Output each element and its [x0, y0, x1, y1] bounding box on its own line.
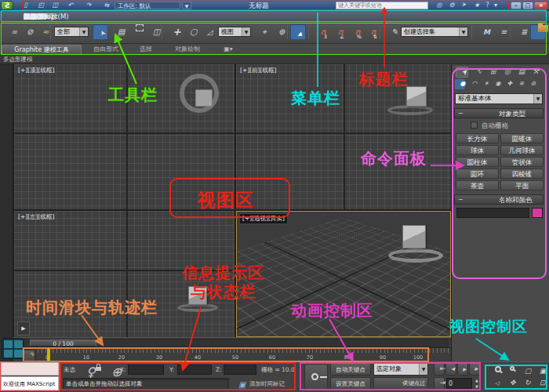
viewcube-icon[interactable] — [188, 286, 207, 305]
orbit-button[interactable] — [518, 378, 532, 389]
maximize-viewport-button[interactable] — [533, 378, 547, 389]
tab-selection[interactable]: 选择 — [130, 45, 162, 55]
z-coordinate-input[interactable] — [224, 365, 256, 375]
set-key-mode-button[interactable]: 设置关键点 — [330, 377, 371, 390]
bind-to-space-warp-button[interactable] — [35, 24, 50, 40]
y-coordinate-input[interactable] — [177, 365, 212, 375]
minimize-button[interactable]: – — [511, 2, 522, 9]
named-selection-set-dropdown[interactable]: 创建选择集▼ — [401, 27, 468, 37]
new-scene-button[interactable]: ▯ — [19, 2, 29, 9]
select-and-move-button[interactable] — [165, 24, 180, 40]
menu-help[interactable]: 帮助(H) — [17, 11, 53, 22]
application-menu-button[interactable] — [1, 1, 13, 10]
autogrid-checkbox[interactable] — [471, 122, 478, 129]
zoom-region-button[interactable] — [488, 378, 502, 389]
open-file-button[interactable]: ◰ — [33, 2, 43, 9]
primitive-pyramid-button[interactable]: 四棱锥 — [500, 169, 544, 179]
select-and-manipulate-button[interactable] — [271, 24, 286, 40]
absolute-offset-mode-button[interactable] — [107, 365, 116, 376]
workspace-dropdown[interactable]: 工作区: 默认 — [115, 2, 180, 9]
help-button[interactable]: ? — [482, 2, 493, 9]
utilities-tab[interactable] — [526, 67, 539, 78]
primitive-teapot-button[interactable]: 茶壶 — [456, 180, 499, 191]
snap-toggle-3d-button[interactable]: 3 — [312, 24, 328, 40]
select-and-link-button[interactable] — [3, 24, 19, 40]
ribbon-minimize-button[interactable]: ▣▾ — [220, 45, 237, 55]
keyboard-override-button[interactable] — [290, 24, 306, 40]
auto-key-button[interactable]: 自动关键点 — [330, 363, 371, 376]
isolate-selection-button[interactable] — [232, 378, 245, 390]
object-name-input[interactable] — [456, 208, 529, 218]
tab-graphite-modeling[interactable]: Graphite 建模工具 — [2, 45, 82, 55]
pin-stack-button[interactable] — [82, 365, 91, 376]
tab-freeform[interactable]: 自由形式 — [85, 45, 127, 55]
infocenter-search-input[interactable] — [336, 2, 428, 9]
name-color-rollout[interactable]: −名称和颜色 — [454, 194, 544, 205]
percent-snap-button[interactable]: % — [347, 24, 362, 40]
save-file-button[interactable]: ◫ — [47, 2, 57, 9]
primitive-plane-button[interactable]: 平面 — [500, 180, 544, 191]
workspace-dropdown-arrow[interactable]: ▼ — [182, 2, 191, 9]
sign-in-button[interactable]: ➤ — [456, 2, 467, 9]
primitive-box-button[interactable]: 长方体 — [456, 133, 499, 143]
undo-button[interactable]: ↶ — [63, 2, 73, 9]
pan-view-button[interactable] — [503, 378, 517, 389]
zoom-button[interactable] — [488, 366, 502, 377]
select-and-scale-button[interactable] — [199, 24, 215, 40]
mini-curve-editor-button[interactable] — [24, 350, 35, 361]
viewport-label-top[interactable]: [+][顶][线框] — [18, 67, 54, 74]
viewport-label-left[interactable]: [+][左][线框] — [18, 213, 54, 221]
x-coordinate-input[interactable] — [128, 365, 164, 375]
hierarchy-tab[interactable] — [484, 67, 496, 78]
viewcube-top-face-icon[interactable] — [195, 89, 213, 107]
select-by-name-button[interactable] — [110, 24, 125, 40]
selection-filter-dropdown[interactable]: 全部▼ — [54, 27, 89, 37]
display-tab[interactable] — [512, 67, 525, 78]
tab-object-paint[interactable]: 对象绘制 — [165, 45, 210, 55]
viewport-front[interactable]: [+][前][线框] — [236, 64, 451, 209]
maxscript-mini-listener[interactable]: 欢迎使用 MAXScript — [1, 376, 59, 390]
shapes-category-button[interactable] — [467, 79, 477, 89]
edit-named-selection-sets-button[interactable] — [384, 24, 399, 40]
primitive-cylinder-button[interactable]: 圆柱体 — [456, 157, 499, 167]
help-dropdown-arrow[interactable]: ▾ — [493, 2, 499, 9]
lights-category-button[interactable] — [478, 79, 489, 89]
angle-snap-button[interactable]: ∠ — [329, 24, 345, 40]
slider-right-arrow[interactable]: › — [99, 340, 101, 347]
primitive-cone-button[interactable]: 圆锥体 — [500, 133, 544, 143]
time-slider-track[interactable]: 0 / 100 › — [24, 339, 449, 347]
cameras-category-button[interactable] — [490, 79, 500, 89]
favorites-button[interactable]: ★ — [469, 2, 479, 9]
viewcube-icon[interactable] — [402, 225, 426, 249]
project-workspace-button[interactable]: ⇆ — [99, 2, 109, 9]
current-frame-input[interactable] — [446, 378, 472, 389]
time-slider-handle[interactable]: 0 / 100 — [30, 339, 96, 347]
window-crossing-button[interactable] — [145, 24, 161, 40]
use-pivot-center-button[interactable] — [254, 24, 270, 40]
zoom-extents-all-button[interactable] — [533, 366, 547, 377]
geometry-category-button[interactable] — [455, 79, 465, 89]
go-to-end-button[interactable] — [434, 377, 445, 390]
add-time-tag-button[interactable]: 添加时间标记 — [249, 380, 285, 388]
primitive-geosphere-button[interactable]: 几何球体 — [500, 145, 544, 155]
key-filters-button[interactable]: 关键点过滤器... — [373, 377, 428, 390]
modify-tab[interactable] — [470, 67, 482, 78]
zoom-extents-button[interactable] — [518, 366, 532, 377]
primitive-tube-button[interactable]: 管状体 — [500, 157, 544, 167]
close-button[interactable]: × — [534, 2, 548, 9]
align-button[interactable] — [493, 24, 508, 40]
key-filter-dropdown[interactable]: 选定对象▼ — [373, 363, 428, 376]
polygon-modeling-panel[interactable]: 多边形建模 — [3, 56, 33, 64]
layer-manager-button[interactable] — [513, 24, 529, 40]
viewport-layout-tabs-button[interactable] — [2, 338, 24, 359]
unlink-selection-button[interactable] — [19, 24, 35, 40]
redo-button[interactable]: ↷ — [81, 2, 91, 9]
motion-tab[interactable] — [498, 67, 511, 78]
layout-tab-arrow-button[interactable]: ▶ — [17, 321, 30, 336]
systems-category-button[interactable] — [525, 79, 536, 89]
create-tab[interactable] — [456, 67, 468, 78]
primitive-torus-button[interactable]: 圆环 — [456, 169, 499, 179]
selection-lock-button[interactable] — [94, 364, 104, 375]
spinner-snap-button[interactable]: ⇅ — [362, 24, 378, 40]
maximize-button[interactable]: □ — [522, 2, 533, 9]
